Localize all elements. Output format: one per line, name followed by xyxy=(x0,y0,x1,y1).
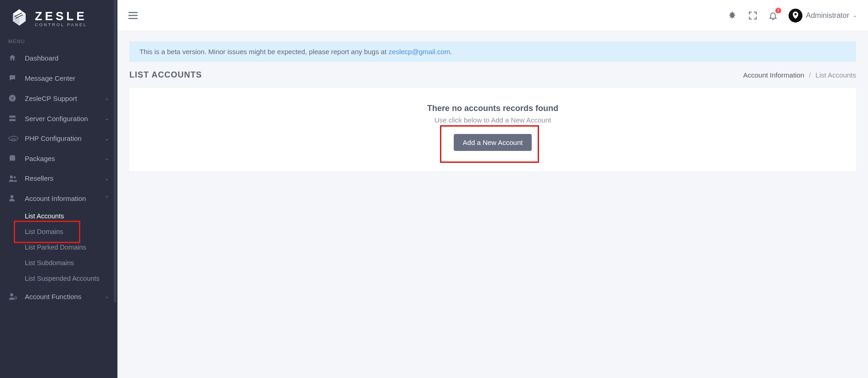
subitem-list-parked-domains[interactable]: List Parked Domains xyxy=(0,239,117,255)
sidebar-subnav-account-info: List Accounts List Domains List Parked D… xyxy=(0,208,117,286)
chat-icon xyxy=(8,74,17,82)
alert-text-prefix: This is a beta version. Minor issues mig… xyxy=(139,48,389,56)
server-icon xyxy=(8,114,17,122)
sidebar-item-label: Account Functions xyxy=(25,293,81,300)
notification-badge: ? xyxy=(775,8,781,14)
logo-mark-icon xyxy=(9,8,29,28)
sidebar-item-message-center[interactable]: Message Center xyxy=(0,68,117,88)
breadcrumb: Account Information / List Accounts xyxy=(743,71,856,79)
sidebar-nav: Dashboard Message Center ? ZesleCP Suppo… xyxy=(0,48,117,208)
svg-rect-7 xyxy=(9,116,16,118)
empty-subtext: Use click below to Add a New Account xyxy=(140,116,845,124)
sidebar-item-resellers[interactable]: Resellers ⌄ xyxy=(0,168,117,188)
sidebar: ZESLE CONTROL PANEL MENU Dashboard Messa… xyxy=(0,0,117,378)
brand-name: ZESLE xyxy=(35,10,87,22)
sidebar-item-label: Packages xyxy=(25,155,55,162)
menu-section-label: MENU xyxy=(0,35,117,48)
subitem-list-subdomains[interactable]: List Subdomains xyxy=(0,255,117,271)
leaf-icon[interactable] xyxy=(727,11,737,21)
content: This is a beta version. Minor issues mig… xyxy=(117,31,868,181)
sidebar-item-php-config[interactable]: php PHP Configuration ⌄ xyxy=(0,128,117,148)
notifications-button[interactable]: ? xyxy=(768,11,778,21)
php-icon: php xyxy=(8,136,17,141)
svg-point-15 xyxy=(14,297,17,299)
svg-rect-16 xyxy=(128,12,138,13)
subitem-list-accounts[interactable]: List Accounts xyxy=(0,208,117,224)
breadcrumb-current: List Accounts xyxy=(816,71,856,79)
sidebar-item-label: Resellers xyxy=(25,174,54,182)
sidebar-item-label: PHP Configuration xyxy=(25,134,82,142)
users-icon xyxy=(8,175,17,182)
page-title: LIST ACCOUNTS xyxy=(129,70,202,80)
sidebar-item-label: ZesleCP Support xyxy=(25,94,77,102)
user-menu[interactable]: Administrator ⌄ xyxy=(789,9,857,22)
user-icon xyxy=(8,194,17,202)
subitem-list-domains[interactable]: List Domains xyxy=(0,224,117,239)
brand-tagline: CONTROL PANEL xyxy=(35,23,87,27)
sidebar-item-label: Dashboard xyxy=(25,54,58,62)
chevron-up-icon: ⌃ xyxy=(105,195,109,201)
sidebar-item-packages[interactable]: Packages ⌄ xyxy=(0,148,117,168)
chevron-down-icon: ⌄ xyxy=(105,175,109,182)
sidebar-item-server-config[interactable]: Server Configuration ⌄ xyxy=(0,108,117,128)
svg-rect-17 xyxy=(128,15,138,16)
breadcrumb-parent[interactable]: Account Information xyxy=(743,71,804,79)
chevron-down-icon: ⌄ xyxy=(853,12,857,18)
svg-point-11 xyxy=(10,175,13,178)
avatar xyxy=(789,9,802,22)
alert-text-suffix: . xyxy=(450,48,452,56)
sidebar-item-dashboard[interactable]: Dashboard xyxy=(0,48,117,68)
svg-point-12 xyxy=(14,176,16,178)
svg-rect-18 xyxy=(128,18,138,19)
main-area: ? Administrator ⌄ This is a beta version… xyxy=(117,0,868,378)
svg-point-20 xyxy=(794,13,796,15)
sidebar-toggle-button[interactable] xyxy=(128,12,138,19)
empty-heading: There no accounts records found xyxy=(140,104,845,113)
sidebar-scrollbar[interactable] xyxy=(114,0,117,303)
svg-text:?: ? xyxy=(11,96,14,101)
package-icon xyxy=(8,154,17,162)
help-icon: ? xyxy=(8,94,17,102)
chevron-down-icon: ⌄ xyxy=(105,293,109,300)
home-icon xyxy=(8,54,17,62)
accounts-empty-card: There no accounts records found Use clic… xyxy=(129,88,856,171)
topbar: ? Administrator ⌄ xyxy=(117,0,868,31)
svg-text:php: php xyxy=(11,137,16,140)
chevron-down-icon: ⌄ xyxy=(105,115,109,122)
chevron-down-icon: ⌄ xyxy=(105,95,109,101)
sidebar-item-account-information[interactable]: Account Information ⌃ xyxy=(0,188,117,208)
sidebar-item-account-functions[interactable]: Account Functions ⌄ xyxy=(0,286,117,306)
beta-alert: This is a beta version. Minor issues mig… xyxy=(129,41,856,62)
sidebar-item-label: Message Center xyxy=(25,74,75,82)
chevron-down-icon: ⌄ xyxy=(105,135,109,142)
alert-email-link[interactable]: zeslecp@gmail.com xyxy=(389,48,450,56)
chevron-down-icon: ⌄ xyxy=(105,155,109,161)
subitem-list-suspended-accounts[interactable]: List Suspended Accounts xyxy=(0,271,117,286)
svg-point-13 xyxy=(11,195,14,198)
sidebar-item-label: Account Information xyxy=(25,195,86,202)
fullscreen-icon[interactable] xyxy=(748,11,757,20)
sidebar-item-label: Server Configuration xyxy=(25,115,88,122)
add-account-button[interactable]: Add a New Account xyxy=(454,134,532,151)
svg-rect-8 xyxy=(9,119,16,122)
brand-logo[interactable]: ZESLE CONTROL PANEL xyxy=(0,0,117,35)
svg-point-14 xyxy=(10,293,13,296)
user-gear-icon xyxy=(8,292,17,300)
sidebar-item-support[interactable]: ? ZesleCP Support ⌄ xyxy=(0,88,117,108)
breadcrumb-separator: / xyxy=(809,71,811,79)
user-label: Administrator xyxy=(806,11,849,20)
